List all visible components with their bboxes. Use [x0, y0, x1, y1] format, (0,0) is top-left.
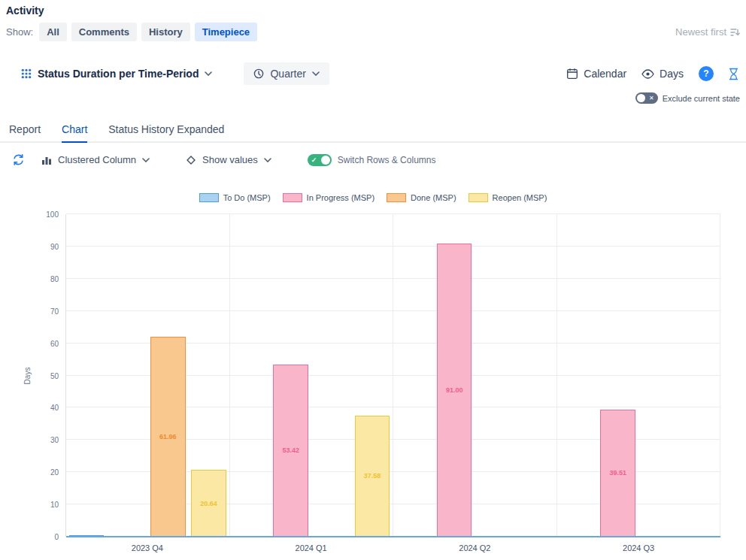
bar-done-msp-2023-q4[interactable]: 61.96	[150, 337, 186, 537]
show-values-dropdown[interactable]: Show values	[186, 154, 271, 165]
bar-in-progress-msp-2024-q2[interactable]: 91.00	[437, 244, 472, 537]
bar-slot: 91.00	[434, 214, 475, 537]
units-days-button[interactable]: Days	[641, 68, 684, 80]
period-dropdown[interactable]: Quarter	[244, 62, 329, 85]
exclude-current-state-row: ✕ Exclude current state	[0, 92, 740, 104]
y-tick-label: 100	[46, 210, 59, 219]
y-tick-label: 0	[54, 533, 59, 541]
tab-bar: Report Chart Status History Expanded	[0, 119, 746, 143]
y-tick-label: 30	[50, 436, 59, 444]
bar-group-2024-q3: 39.51	[557, 214, 721, 537]
chart-canvas: To Do (MSP)In Progress (MSP)Done (MSP)Re…	[0, 193, 746, 552]
y-tick-label: 50	[50, 371, 59, 380]
filter-all-button[interactable]: All	[39, 23, 67, 41]
x-tick-label-2023-q4: 2023 Q4	[65, 543, 229, 552]
bar-slot	[230, 214, 271, 537]
calendar-icon	[566, 68, 578, 80]
report-type-label: Status Duration per Time-Period	[38, 68, 199, 80]
bar-groups: 61.9620.6453.4237.5891.0039.51	[66, 214, 720, 537]
filter-history-button[interactable]: History	[141, 23, 190, 41]
chart-legend: To Do (MSP)In Progress (MSP)Done (MSP)Re…	[0, 193, 746, 202]
bar-slot: 39.51	[598, 214, 638, 537]
legend-item-in-progress-msp[interactable]: In Progress (MSP)	[283, 193, 375, 202]
chart-toolbar: Clustered Column Show values ✓ Switch Ro…	[12, 153, 746, 166]
x-axis-labels: 2023 Q42024 Q12024 Q22024 Q3	[65, 543, 720, 552]
legend-label: In Progress (MSP)	[307, 193, 375, 202]
bar-group-2024-q1: 53.4237.58	[230, 214, 394, 537]
legend-item-done-msp[interactable]: Done (MSP)	[387, 193, 456, 202]
y-tick-label: 90	[50, 242, 59, 250]
legend-swatch	[469, 193, 488, 202]
values-diamond-icon	[186, 155, 196, 165]
bar-chart-icon	[41, 155, 52, 165]
tab-status-history-expanded[interactable]: Status History Expanded	[108, 119, 224, 143]
sort-label: Newest first	[675, 26, 726, 38]
plot-area: 0102030405060708090100 61.9620.6453.4237…	[65, 214, 720, 537]
bar-slot	[66, 214, 107, 537]
filter-comments-button[interactable]: Comments	[71, 23, 137, 41]
bar-reopen-msp-2023-q4[interactable]: 20.64	[191, 470, 226, 537]
exclude-current-state-label: Exclude current state	[663, 94, 740, 103]
chevron-down-icon	[264, 158, 271, 162]
tab-chart[interactable]: Chart	[62, 119, 87, 143]
bar-value-label: 20.64	[200, 500, 217, 507]
bar-slot	[679, 214, 720, 537]
filter-timepiece-button[interactable]: Timepiece	[195, 23, 257, 41]
chevron-down-icon	[312, 71, 320, 76]
bar-value-label: 37.58	[364, 472, 381, 480]
switch-rows-columns-toggle[interactable]: ✓	[308, 154, 332, 166]
legend-swatch	[283, 193, 302, 202]
bar-slot	[311, 214, 352, 537]
legend-label: Done (MSP)	[411, 193, 456, 202]
y-tick-label: 70	[50, 307, 59, 315]
exclude-current-state-toggle[interactable]: ✕	[635, 92, 658, 104]
tab-report[interactable]: Report	[9, 119, 41, 143]
y-tick-label: 20	[50, 468, 59, 477]
chevron-down-icon	[142, 158, 150, 162]
sort-order-control[interactable]: Newest first	[675, 26, 740, 38]
clock-icon	[253, 68, 264, 79]
y-tick-label: 60	[50, 339, 59, 347]
legend-item-reopen-msp[interactable]: Reopen (MSP)	[469, 193, 547, 202]
units-label: Days	[660, 68, 684, 80]
bar-slot: 53.42	[271, 214, 311, 537]
bar-in-progress-msp-2024-q1[interactable]: 53.42	[273, 365, 308, 537]
y-tick-label: 40	[50, 404, 59, 412]
hourglass-icon[interactable]	[729, 68, 738, 80]
x-tick-label-2024-q2: 2024 Q2	[393, 543, 557, 552]
bar-slot: 61.96	[147, 214, 188, 537]
refresh-button[interactable]	[12, 153, 25, 166]
legend-swatch	[199, 193, 219, 202]
show-filter-row: Show: All Comments History Timepiece New…	[6, 23, 740, 41]
y-axis-title: Days	[23, 367, 32, 384]
calendar-label: Calendar	[584, 68, 626, 80]
help-button[interactable]: ?	[699, 66, 714, 81]
plot-area-wrapper: Days 0102030405060708090100 61.9620.6453…	[65, 214, 720, 537]
bar-value-label: 91.00	[446, 386, 463, 394]
calendar-button[interactable]: Calendar	[566, 68, 626, 80]
bar-slot	[475, 214, 515, 537]
right-tools: Calendar Days ?	[566, 66, 738, 81]
toggle-knob	[637, 94, 645, 102]
chart-type-dropdown[interactable]: Clustered Column	[41, 154, 150, 165]
activity-panel: Activity Show: All Comments History Time…	[0, 0, 746, 552]
bar-value-label: 53.42	[282, 446, 299, 454]
chart-type-label: Clustered Column	[58, 154, 136, 165]
toggle-off-x-icon: ✕	[649, 93, 654, 103]
bar-value-label: 39.51	[609, 469, 626, 477]
legend-label: To Do (MSP)	[223, 193, 271, 202]
bar-reopen-msp-2024-q1[interactable]: 37.58	[355, 416, 390, 537]
show-label: Show:	[6, 26, 33, 38]
y-tick-label: 80	[50, 274, 59, 283]
grid-icon	[21, 68, 32, 79]
report-type-dropdown[interactable]: Status Duration per Time-Period	[21, 68, 212, 80]
eye-icon	[641, 69, 654, 79]
period-label: Quarter	[270, 68, 305, 80]
bar-slot	[107, 214, 147, 537]
activity-header: Activity Show: All Comments History Time…	[0, 0, 746, 41]
bar-group-2024-q2: 91.00	[393, 214, 557, 537]
legend-item-to-do-msp[interactable]: To Do (MSP)	[199, 193, 271, 202]
bar-slot	[515, 214, 556, 537]
bar-in-progress-msp-2024-q3[interactable]: 39.51	[600, 410, 635, 537]
refresh-icon	[12, 153, 25, 166]
